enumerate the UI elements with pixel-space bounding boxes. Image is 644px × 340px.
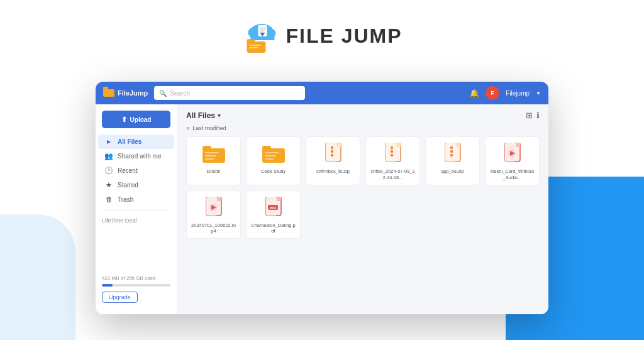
svg-rect-44 <box>456 143 460 147</box>
file-icon-cnfrmbox <box>322 142 345 165</box>
svg-rect-26 <box>336 143 341 147</box>
svg-rect-65 <box>277 197 281 201</box>
sidebar-item-label-all-files: All Files <box>118 138 142 145</box>
topbar: FileJump 🔍 Search 🔔 F Filejump ▼ <box>96 82 548 104</box>
recent-icon: 🕐 <box>104 167 113 175</box>
sidebar: ⬆ Upload ▸ All Files 👥 Shared with me 🕐 … <box>96 104 177 314</box>
svg-rect-14 <box>203 146 211 151</box>
search-placeholder: Search <box>170 90 300 97</box>
svg-rect-16 <box>205 155 216 156</box>
file-grid: Drishti Code Study <box>186 136 540 239</box>
topbar-dropdown-icon[interactable]: ▼ <box>536 90 541 96</box>
file-name-drishti: Drishti <box>207 168 220 175</box>
file-icon-drishti <box>203 142 225 165</box>
search-icon: 🔍 <box>159 90 167 97</box>
svg-rect-10 <box>247 39 255 43</box>
sidebar-item-label-starred: Starred <box>118 182 138 189</box>
info-icon[interactable]: ℹ <box>536 111 540 120</box>
file-card-drishti[interactable]: Drishti <box>186 136 241 185</box>
svg-rect-19 <box>262 146 271 151</box>
lifetime-deal-link[interactable]: LifeTime Deal <box>96 214 177 227</box>
svg-rect-12 <box>249 47 258 48</box>
file-card-code-study[interactable]: Code Study <box>246 136 301 185</box>
sidebar-divider <box>102 210 170 211</box>
logo-icon <box>242 19 278 53</box>
shared-icon: 👥 <box>104 152 113 160</box>
svg-rect-36 <box>391 146 393 149</box>
sort-text: Last modified <box>192 125 226 131</box>
file-card-video-mp4[interactable]: 20240701_100622.mp4 <box>186 190 241 239</box>
main-content: All Files ▾ ⊞ ℹ ≡ Last modified <box>177 104 548 314</box>
topbar-logo-icon <box>103 89 114 97</box>
search-bar[interactable]: 🔍 Search <box>154 86 305 100</box>
file-icon-code-study <box>262 142 285 165</box>
file-name-cnfrmbox: cnfrmbox_fe.zip <box>316 168 350 175</box>
sidebar-item-label-shared: Shared with me <box>118 153 161 160</box>
svg-rect-6 <box>259 30 265 31</box>
sidebar-item-shared[interactable]: 👥 Shared with me <box>98 149 174 163</box>
logo-area: FILE JUMP <box>242 19 402 53</box>
sidebar-item-recent[interactable]: 🕐 Recent <box>98 163 174 178</box>
svg-rect-59 <box>217 197 221 201</box>
file-name-chameleon-pdf: Chameleon_Dating.pdf <box>250 222 296 235</box>
file-card-rakhi[interactable]: Rakhi_Card_Without_Audio... <box>485 136 540 185</box>
starred-icon: ★ <box>104 181 113 189</box>
grid-view-icon[interactable]: ⊞ <box>526 111 533 120</box>
file-icon-chameleon-pdf: PDF <box>262 196 285 219</box>
svg-rect-15 <box>205 152 219 153</box>
svg-rect-46 <box>450 150 453 153</box>
svg-rect-31 <box>332 153 333 154</box>
sort-icon[interactable]: ≡ <box>186 125 189 131</box>
sidebar-item-trash[interactable]: 🗑 Trash <box>98 192 174 206</box>
svg-rect-39 <box>392 149 393 150</box>
avatar[interactable]: F <box>486 86 499 100</box>
storage-section: 421 MB of 256 GB used Upgrade <box>96 270 177 308</box>
upgrade-button[interactable]: Upgrade <box>102 292 138 303</box>
upload-label: Upload <box>130 116 152 123</box>
file-name-code-study: Code Study <box>261 168 286 175</box>
sidebar-item-label-recent: Recent <box>118 167 138 174</box>
file-icon-cnflbx <box>382 142 404 165</box>
file-card-chameleon-pdf[interactable]: PDF Chameleon_Dating.pdf <box>246 190 301 239</box>
svg-rect-48 <box>452 149 453 150</box>
file-name-rakhi: Rakhi_Card_Without_Audio... <box>489 168 535 181</box>
svg-rect-47 <box>450 154 453 156</box>
upload-button[interactable]: ⬆ Upload <box>102 111 170 128</box>
trash-icon: 🗑 <box>104 195 113 203</box>
file-name-video-mp4: 20240701_100622.mp4 <box>191 222 236 235</box>
files-title: All Files ▾ <box>186 111 221 120</box>
svg-rect-29 <box>331 154 333 156</box>
svg-rect-45 <box>450 146 453 149</box>
browser-window: FileJump 🔍 Search 🔔 F Filejump ▼ ⬆ Uploa… <box>96 82 548 314</box>
file-card-app-zip[interactable]: app_be.zip <box>425 136 480 185</box>
sidebar-item-label-trash: Trash <box>118 196 133 203</box>
sort-bar: ≡ Last modified <box>186 125 540 131</box>
svg-rect-7 <box>259 31 264 33</box>
svg-rect-38 <box>391 154 393 156</box>
topbar-logo[interactable]: FileJump <box>103 89 148 97</box>
sidebar-item-all-files[interactable]: ▸ All Files <box>98 134 174 149</box>
svg-rect-5 <box>259 28 265 29</box>
file-card-cnflbx[interactable]: cnflbx_2024-07-09_22-44-08... <box>365 136 420 185</box>
header-view-icons: ⊞ ℹ <box>526 111 540 120</box>
storage-bar-fill <box>102 284 113 287</box>
file-card-cnfrmbox[interactable]: cnfrmbox_fe.zip <box>306 136 360 185</box>
svg-rect-27 <box>331 146 333 149</box>
file-name-app-zip: app_be.zip <box>441 168 464 175</box>
sidebar-item-starred[interactable]: ★ Starred <box>98 178 174 192</box>
files-title-dropdown-icon[interactable]: ▾ <box>218 112 221 119</box>
content-area: ⬆ Upload ▸ All Files 👥 Shared with me 🕐 … <box>96 104 548 314</box>
svg-rect-11 <box>249 45 260 46</box>
file-icon-app-zip <box>441 142 464 165</box>
files-header: All Files ▾ ⊞ ℹ <box>186 111 540 120</box>
svg-rect-37 <box>391 150 393 153</box>
topbar-username: Filejump <box>506 90 530 97</box>
svg-rect-17 <box>205 158 214 160</box>
svg-rect-22 <box>265 158 274 160</box>
svg-rect-28 <box>331 150 333 153</box>
file-icon-video-mp4 <box>203 196 225 219</box>
storage-text: 421 MB of 256 GB used <box>102 275 170 281</box>
svg-rect-30 <box>332 149 333 150</box>
all-files-icon: ▸ <box>104 138 113 146</box>
notification-bell-icon[interactable]: 🔔 <box>469 89 479 98</box>
